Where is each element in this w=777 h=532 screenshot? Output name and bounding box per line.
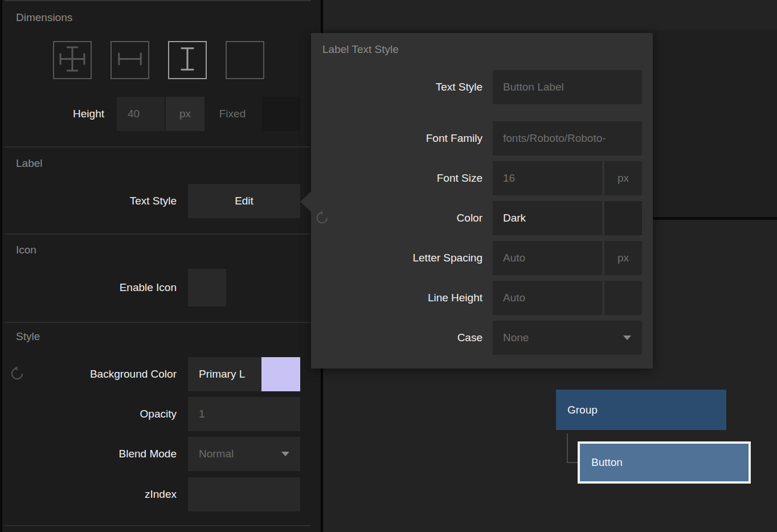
reset-color-button[interactable]	[314, 210, 330, 228]
popup-color-label: Color	[311, 201, 482, 235]
fixed-label: Fixed	[210, 97, 255, 131]
popup-font-size-label: Font Size	[311, 161, 482, 195]
app-screen: Group Button Dimensions Height	[0, 0, 777, 532]
popup-case-select[interactable]: None	[493, 321, 642, 355]
background-color-value-button[interactable]: Primary L	[188, 357, 261, 391]
opacity-input[interactable]: 1	[188, 397, 300, 431]
dimensions-section-title: Dimensions	[16, 11, 72, 24]
height-label: Height	[34, 97, 104, 131]
section-divider	[5, 146, 311, 148]
label-text-style-popup: Label Text Style Text Style Button Label…	[311, 33, 653, 369]
dimension-width-icon	[114, 43, 146, 77]
reset-background-color-button[interactable]	[9, 366, 25, 384]
dimension-mode-height-button[interactable]	[168, 41, 207, 79]
dimension-mode-width-button[interactable]	[111, 41, 149, 79]
popup-font-size-input[interactable]: 16	[493, 161, 602, 195]
fixed-checkbox[interactable]	[262, 97, 300, 131]
dimension-mode-width-height-button[interactable]	[53, 41, 92, 79]
text-style-label: Text Style	[85, 184, 177, 218]
text-style-edit-button[interactable]: Edit	[188, 184, 300, 218]
dimension-height-icon	[171, 43, 203, 77]
dimension-width-height-icon	[56, 43, 88, 77]
section-divider	[5, 525, 311, 526]
popup-line-height-label: Line Height	[311, 281, 482, 315]
reset-icon	[9, 374, 25, 383]
popup-text-style-label: Text Style	[311, 70, 482, 104]
popup-letter-spacing-input[interactable]: Auto	[493, 241, 602, 275]
section-divider	[5, 234, 311, 235]
background-color-label: Background Color	[46, 357, 177, 391]
group-node-label: Group	[567, 390, 598, 430]
popup-line-height-input[interactable]: Auto	[493, 281, 602, 315]
blend-mode-label: Blend Mode	[85, 437, 177, 471]
popup-color-swatch[interactable]	[604, 201, 642, 235]
chevron-down-icon	[623, 335, 631, 340]
reset-icon	[314, 218, 330, 227]
panel-left-border	[0, 0, 2, 532]
popup-font-size-unit[interactable]: px	[604, 161, 642, 195]
chevron-down-icon	[281, 452, 289, 456]
popup-color-value-button[interactable]: Dark	[493, 201, 602, 235]
height-unit-selector[interactable]: px	[166, 97, 205, 131]
panel-top-divider	[5, 0, 311, 1]
background-color-swatch[interactable]	[261, 357, 300, 391]
style-section-title: Style	[16, 330, 40, 343]
height-input[interactable]: 40	[117, 97, 165, 131]
opacity-label: Opacity	[85, 397, 177, 431]
tree-connector-vertical	[567, 433, 568, 463]
popup-font-family-input[interactable]: fonts/Roboto/Roboto-	[493, 121, 642, 155]
section-divider	[5, 322, 311, 323]
popup-line-height-unit[interactable]	[604, 281, 642, 315]
icon-section-title: Icon	[16, 244, 36, 256]
canvas-button-node[interactable]: Button	[578, 441, 751, 484]
popup-callout-arrow	[300, 191, 311, 212]
popup-case-label: Case	[311, 321, 482, 355]
popup-text-style-input[interactable]: Button Label	[493, 70, 642, 104]
popup-letter-spacing-label: Letter Spacing	[311, 241, 482, 275]
popup-title: Label Text Style	[322, 43, 399, 56]
button-node-label: Button	[591, 444, 623, 481]
enable-icon-checkbox[interactable]	[188, 269, 226, 306]
enable-icon-label: Enable Icon	[68, 271, 177, 305]
dimension-mode-none-button[interactable]	[226, 41, 264, 79]
zindex-input[interactable]	[188, 477, 300, 511]
canvas-group-node[interactable]: Group	[556, 390, 726, 430]
tree-connector-horizontal	[567, 462, 578, 463]
popup-font-family-label: Font Family	[311, 121, 482, 155]
label-section-title: Label	[16, 157, 43, 170]
zindex-label: zIndex	[85, 477, 177, 511]
popup-letter-spacing-unit[interactable]: px	[604, 241, 642, 275]
